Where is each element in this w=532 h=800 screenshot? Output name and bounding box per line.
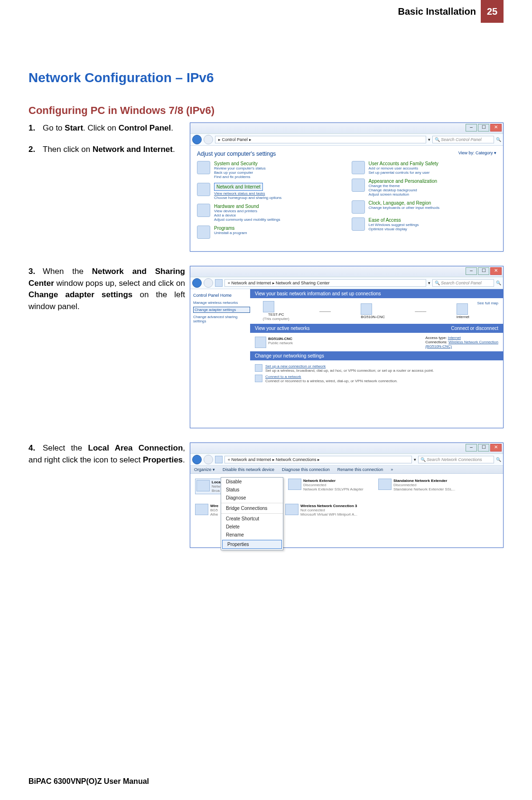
breadcrumb[interactable]: « Network and Internet ▸ Network Connect… xyxy=(224,456,412,463)
setup-link[interactable]: Connect to a network xyxy=(265,375,398,379)
nav-back-icon[interactable] xyxy=(192,455,202,464)
context-menu-item[interactable]: Create Shortcut xyxy=(221,515,283,523)
step-2: 2.Then click on Network and Internet. xyxy=(28,144,185,156)
setup-icon xyxy=(255,375,262,382)
breadcrumb[interactable]: « Network and Internet ▸ Network and Sha… xyxy=(224,279,426,287)
toolbar-item[interactable]: Diagnose this connection xyxy=(282,467,330,472)
category-sublink[interactable]: Review your computer's status xyxy=(214,166,266,170)
category-sublink[interactable]: Change keyboards or other input methods xyxy=(369,206,439,210)
footer-text: BiPAC 6300VNP(O)Z User Manual xyxy=(28,777,149,786)
link-advanced-sharing[interactable]: Change advanced sharing settings xyxy=(193,315,250,323)
category-icon xyxy=(197,204,210,217)
setup-icon xyxy=(255,364,262,372)
category-icon xyxy=(352,217,365,231)
screenshot-network-connections: –☐✕ « Network and Internet ▸ Network Con… xyxy=(190,442,504,548)
category-sublink[interactable]: Change the theme xyxy=(369,184,438,188)
toolbar-item[interactable]: » xyxy=(391,467,393,472)
category-icon xyxy=(352,179,365,192)
category-sublink[interactable]: Set up parental controls for any user xyxy=(369,170,439,175)
category-link[interactable]: Hardware and Sound xyxy=(214,204,280,209)
breadcrumb[interactable]: ▸ Control Panel ▸ xyxy=(215,136,426,143)
connection-icon xyxy=(288,479,301,490)
search-input[interactable]: 🔍Search Network Connections xyxy=(418,456,494,463)
nav-fwd-icon[interactable] xyxy=(204,455,213,464)
nav-fwd-icon[interactable] xyxy=(204,278,213,288)
category-sublink[interactable]: Adjust commonly used mobility settings xyxy=(214,217,280,222)
context-menu-item[interactable]: Delete xyxy=(221,523,283,531)
category-icon xyxy=(197,226,210,239)
context-menu-item[interactable]: Diagnose xyxy=(221,494,283,502)
category-sublink[interactable]: Change desktop background xyxy=(369,188,438,192)
context-menu-item[interactable]: Status xyxy=(221,486,283,494)
setup-link[interactable]: Set up a new connection or network xyxy=(265,364,434,368)
network-icon xyxy=(255,337,266,348)
step-3: 3.When the Network and Sharing Center wi… xyxy=(28,266,185,313)
connection-item[interactable]: Network ExtenderDisconnectedNetwork Exte… xyxy=(288,479,369,494)
category-sublink[interactable]: Uninstall a program xyxy=(214,231,247,235)
see-full-map[interactable]: See full map xyxy=(477,301,498,305)
connection-icon xyxy=(378,479,392,490)
router-icon xyxy=(361,303,372,315)
nc-toolbar[interactable]: Organize ▾Disable this network deviceDia… xyxy=(190,466,503,474)
connection-icon xyxy=(196,480,210,491)
category-link[interactable]: System and Security xyxy=(214,161,266,166)
connection-item[interactable]: Wireless Network Connection 3Not connect… xyxy=(285,504,366,517)
category-sublink[interactable]: Find and fix problems xyxy=(214,175,266,179)
nav-back-icon[interactable] xyxy=(192,278,202,288)
category-icon xyxy=(352,200,365,214)
link-manage-wireless[interactable]: Manage wireless networks xyxy=(193,301,250,305)
ns-active-hdr: View your active networksConnect or disc… xyxy=(250,324,503,333)
ns-change-hdr: Change your networking settings xyxy=(250,351,503,360)
category-link[interactable]: Appearance and Personalization xyxy=(369,179,438,184)
toolbar-item[interactable]: Disable this network device xyxy=(223,467,274,472)
nav-back-icon[interactable] xyxy=(192,135,202,144)
left-panel-title: Control Panel Home xyxy=(193,293,250,298)
category-link[interactable]: Clock, Language, and Region xyxy=(369,200,439,206)
link-change-adapter[interactable]: Change adapter settings xyxy=(193,307,250,313)
category-link[interactable]: Ease of Access xyxy=(369,217,419,223)
category-sublink[interactable]: Let Windows suggest settings xyxy=(369,223,419,227)
category-sublink[interactable]: Adjust screen resolution xyxy=(369,192,438,197)
category-link[interactable]: User Accounts and Family Safety xyxy=(369,161,439,166)
category-sublink[interactable]: Choose homegroup and sharing options xyxy=(214,196,281,200)
context-menu-item[interactable]: Disable xyxy=(221,478,283,486)
toolbar-item[interactable]: Rename this connection xyxy=(337,467,383,472)
category-sublink[interactable]: Optimize visual display xyxy=(369,227,419,231)
connection-icon xyxy=(285,504,299,515)
page-number: 25 xyxy=(481,0,504,23)
context-menu[interactable]: DisableStatusDiagnoseBridge ConnectionsC… xyxy=(221,477,283,550)
context-menu-item[interactable]: Properties xyxy=(222,540,282,549)
category-link[interactable]: Programs xyxy=(214,226,247,231)
section-title: Network Configuration – IPv6 xyxy=(28,70,504,85)
view-by[interactable]: View by: Category ▾ xyxy=(458,151,496,155)
context-menu-item[interactable]: Rename xyxy=(221,531,283,539)
category-sublink[interactable]: Back up your computer xyxy=(214,170,266,175)
context-menu-item[interactable]: Bridge Connections xyxy=(221,504,283,512)
category-sublink[interactable]: View devices and printers xyxy=(214,209,280,213)
category-icon xyxy=(352,161,365,174)
folder-icon xyxy=(215,456,223,463)
nav-fwd-icon[interactable] xyxy=(204,135,213,144)
connection-icon xyxy=(195,504,208,515)
toolbar-item[interactable]: Organize ▾ xyxy=(194,467,215,472)
globe-icon xyxy=(215,279,223,287)
connection-item[interactable]: Standalone Network ExtenderDisconnectedS… xyxy=(378,479,459,494)
category-sublink[interactable]: Add or remove user accounts xyxy=(369,166,439,170)
cp-heading: Adjust your computer's settings xyxy=(197,151,496,157)
step-4: 4.Select the Local Area Connection, and … xyxy=(28,442,185,466)
search-input[interactable]: 🔍Search Control Panel xyxy=(432,279,494,287)
category-icon xyxy=(197,183,210,196)
ns-banner: View your basic network information and … xyxy=(250,289,503,298)
category-icon xyxy=(197,161,210,174)
search-input[interactable]: 🔍Search Control Panel xyxy=(432,136,494,143)
screenshot-network-sharing: –☐✕ « Network and Internet ▸ Network and… xyxy=(190,266,504,428)
screenshot-control-panel: –☐✕ ▸ Control Panel ▸ ▾ 🔍Search Control … xyxy=(190,122,504,252)
category-sublink[interactable]: Add a device xyxy=(214,213,280,217)
pc-icon xyxy=(263,301,274,312)
category-sublink[interactable]: View network status and tasks xyxy=(214,191,281,196)
step-1: 1.Go to Start. Click on Control Panel. xyxy=(28,122,185,134)
header-title: Basic Installation xyxy=(398,6,476,17)
globe-icon xyxy=(457,303,468,315)
category-link[interactable]: Network and Internet xyxy=(214,183,281,191)
subsection-title: Configuring PC in Windows 7/8 (IPv6) xyxy=(28,104,504,117)
